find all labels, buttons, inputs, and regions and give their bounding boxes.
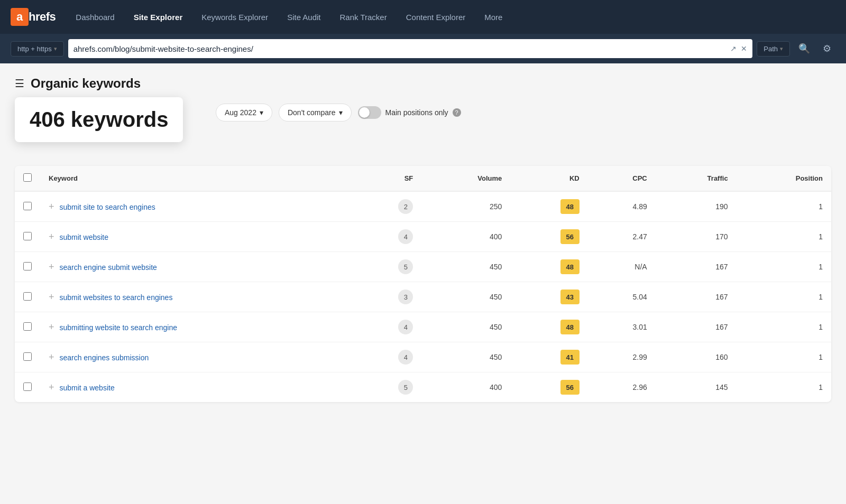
main-positions-toggle[interactable] (358, 106, 381, 119)
kd-badge: 56 (560, 229, 580, 244)
compare-selector[interactable]: Don't compare ▾ (279, 104, 352, 122)
kd-badge: 48 (560, 320, 580, 334)
keyword-link[interactable]: submitting website to search engine (59, 323, 177, 332)
table-row: + submit a website 5 400 56 2.96 145 1 (15, 372, 831, 403)
add-keyword-icon[interactable]: + (49, 322, 54, 332)
date-label: Aug 2022 (225, 108, 256, 117)
row-checkbox-0[interactable] (23, 202, 32, 210)
row-volume-cell: 450 (421, 252, 510, 282)
keyword-link[interactable]: submit website (59, 233, 108, 241)
table-row: + submitting website to search engine 4 … (15, 312, 831, 342)
settings-button[interactable]: ⚙ (819, 41, 835, 57)
nav-item-dashboard[interactable]: Dashboard (68, 8, 122, 26)
add-keyword-icon[interactable]: + (49, 352, 54, 362)
logo[interactable]: a hrefs (11, 8, 56, 26)
col-header-volume[interactable]: Volume (421, 166, 510, 191)
row-cpc-cell: 2.96 (588, 372, 656, 403)
add-keyword-icon[interactable]: + (49, 262, 54, 272)
help-icon[interactable]: ? (453, 108, 461, 117)
keyword-link[interactable]: submit a website (59, 384, 114, 392)
row-check-cell (15, 252, 40, 282)
nav-item-rank-tracker[interactable]: Rank Tracker (333, 8, 394, 26)
row-keyword-cell: + submit a website (40, 372, 353, 403)
nav-item-content-explorer[interactable]: Content Explorer (399, 8, 473, 26)
row-keyword-cell: + search engines submission (40, 342, 353, 372)
row-checkbox-2[interactable] (23, 262, 32, 270)
col-header-position[interactable]: Position (737, 166, 831, 191)
keyword-link[interactable]: submit site to search engines (59, 203, 155, 211)
row-checkbox-4[interactable] (23, 322, 32, 331)
sf-badge: 3 (398, 290, 413, 304)
row-sf-cell: 4 (353, 342, 421, 372)
kd-badge: 48 (560, 199, 580, 214)
add-keyword-icon[interactable]: + (49, 382, 54, 393)
page-title: Organic keywords (31, 76, 141, 91)
date-selector[interactable]: Aug 2022 ▾ (216, 104, 272, 122)
select-all-checkbox[interactable] (23, 173, 32, 182)
nav-item-site-explorer[interactable]: Site Explorer (126, 8, 190, 26)
row-position-cell: 1 (737, 282, 831, 312)
row-checkbox-6[interactable] (23, 382, 32, 391)
row-volume-cell: 250 (421, 191, 510, 222)
col-header-check (15, 166, 40, 191)
chevron-down-icon: ▾ (780, 45, 783, 52)
keyword-link[interactable]: search engines submission (59, 353, 149, 362)
path-selector[interactable]: Path ▾ (757, 41, 790, 57)
row-volume-cell: 450 (421, 342, 510, 372)
row-position-cell: 1 (737, 312, 831, 342)
external-link-icon[interactable]: ↗ (730, 44, 737, 53)
chevron-down-icon: ▾ (260, 108, 263, 117)
table-header-row: Keyword SF Volume KD CPC Traffic Positio… (15, 166, 831, 191)
protocol-selector[interactable]: http + https ▾ (11, 41, 64, 57)
row-keyword-cell: + submit website (40, 222, 353, 252)
row-checkbox-1[interactable] (23, 232, 32, 240)
table-row: + search engine submit website 5 450 48 … (15, 252, 831, 282)
logo-icon: a (11, 8, 29, 26)
row-volume-cell: 400 (421, 372, 510, 403)
row-sf-cell: 5 (353, 372, 421, 403)
col-header-kd[interactable]: KD (510, 166, 587, 191)
row-kd-cell: 56 (510, 372, 587, 403)
row-traffic-cell: 145 (656, 372, 737, 403)
row-traffic-cell: 167 (656, 282, 737, 312)
search-button[interactable]: 🔍 (794, 41, 814, 57)
row-keyword-cell: + submit site to search engines (40, 191, 353, 222)
row-check-cell (15, 222, 40, 252)
sf-badge: 5 (398, 380, 413, 395)
url-input-wrapper: ahrefs.com/blog/submit-website-to-search… (68, 39, 753, 58)
table-row: + submit websites to search engines 3 45… (15, 282, 831, 312)
row-kd-cell: 43 (510, 282, 587, 312)
table-row: + submit website 4 400 56 2.47 170 1 (15, 222, 831, 252)
keyword-link[interactable]: search engine submit website (59, 263, 157, 272)
kd-badge: 41 (560, 350, 580, 365)
row-position-cell: 1 (737, 191, 831, 222)
sf-badge: 5 (398, 259, 413, 274)
keyword-link[interactable]: submit websites to search engines (59, 293, 172, 302)
row-kd-cell: 41 (510, 342, 587, 372)
nav-item-site-audit[interactable]: Site Audit (280, 8, 328, 26)
row-sf-cell: 4 (353, 222, 421, 252)
row-check-cell (15, 342, 40, 372)
add-keyword-icon[interactable]: + (49, 292, 54, 302)
row-kd-cell: 48 (510, 191, 587, 222)
close-icon[interactable]: ✕ (741, 44, 747, 53)
row-sf-cell: 4 (353, 312, 421, 342)
kd-badge: 43 (560, 290, 580, 304)
row-check-cell (15, 372, 40, 403)
row-position-cell: 1 (737, 342, 831, 372)
col-header-sf[interactable]: SF (353, 166, 421, 191)
row-position-cell: 1 (737, 252, 831, 282)
nav-item-more[interactable]: More (477, 8, 510, 26)
row-checkbox-3[interactable] (23, 292, 32, 301)
col-header-cpc[interactable]: CPC (588, 166, 656, 191)
add-keyword-icon[interactable]: + (49, 231, 54, 242)
col-header-keyword[interactable]: Keyword (40, 166, 353, 191)
nav-item-keywords-explorer[interactable]: Keywords Explorer (194, 8, 275, 26)
url-display[interactable]: ahrefs.com/blog/submit-website-to-search… (73, 44, 727, 53)
col-header-traffic[interactable]: Traffic (656, 166, 737, 191)
menu-icon[interactable]: ☰ (15, 77, 24, 90)
add-keyword-icon[interactable]: + (49, 201, 54, 212)
row-checkbox-5[interactable] (23, 352, 32, 361)
row-keyword-cell: + submit websites to search engines (40, 282, 353, 312)
row-keyword-cell: + search engine submit website (40, 252, 353, 282)
